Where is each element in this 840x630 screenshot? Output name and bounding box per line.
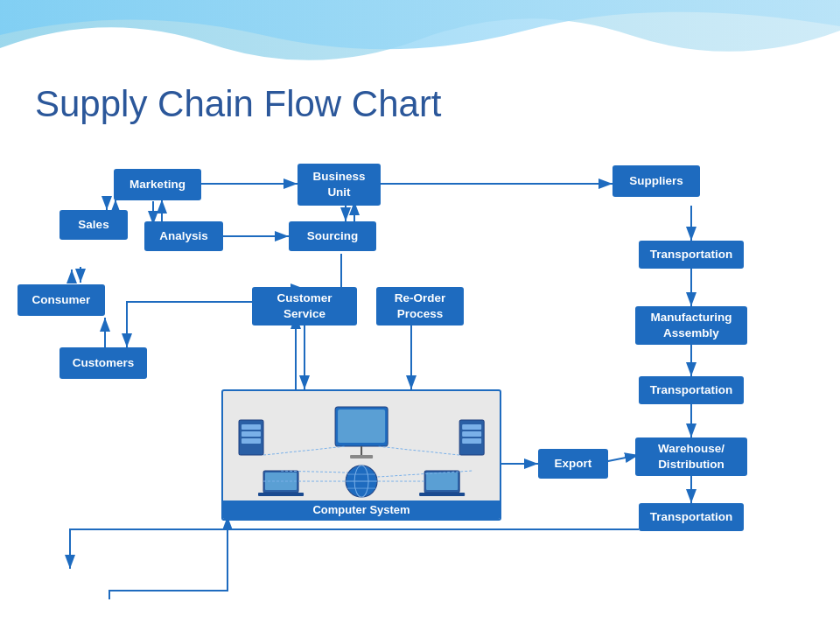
wave-header [0,0,840,79]
svg-rect-45 [462,431,481,437]
sourcing-box: Sourcing [289,221,376,251]
page-title: Supply Chain Flow Chart [35,83,442,125]
transportation2-box: Transportation [639,376,744,404]
svg-rect-42 [419,493,465,496]
warehouse-box: Warehouse/ Distribution [635,438,747,476]
svg-line-47 [263,446,346,455]
svg-rect-46 [462,438,481,444]
marketing-box: Marketing [114,169,201,200]
manufacturing-box: Manufacturing Assembly [635,306,747,345]
svg-rect-31 [350,455,373,458]
export-box: Export [538,449,608,479]
svg-line-48 [377,446,459,455]
transportation3-box: Transportation [639,503,744,531]
customer-service-box: Customer Service [252,287,357,326]
reorder-process-box: Re-Order Process [376,287,464,326]
business-unit-box: Business Unit [298,164,381,206]
svg-rect-29 [338,410,385,443]
sales-box: Sales [60,210,128,240]
suppliers-box: Suppliers [612,165,700,197]
svg-rect-44 [462,424,481,430]
customers-box: Customers [60,347,147,379]
computer-system-box: Computer System [221,389,501,521]
flowchart: Marketing Business Unit Suppliers Transp… [0,153,840,630]
svg-rect-26 [242,431,261,437]
svg-rect-25 [242,424,261,430]
computer-system-label: Computer System [223,500,500,519]
transportation1-box: Transportation [639,241,744,269]
analysis-box: Analysis [144,221,223,251]
consumer-box: Consumer [18,284,105,316]
svg-rect-27 [242,438,261,444]
svg-rect-41 [426,472,458,490]
svg-rect-39 [258,493,304,496]
